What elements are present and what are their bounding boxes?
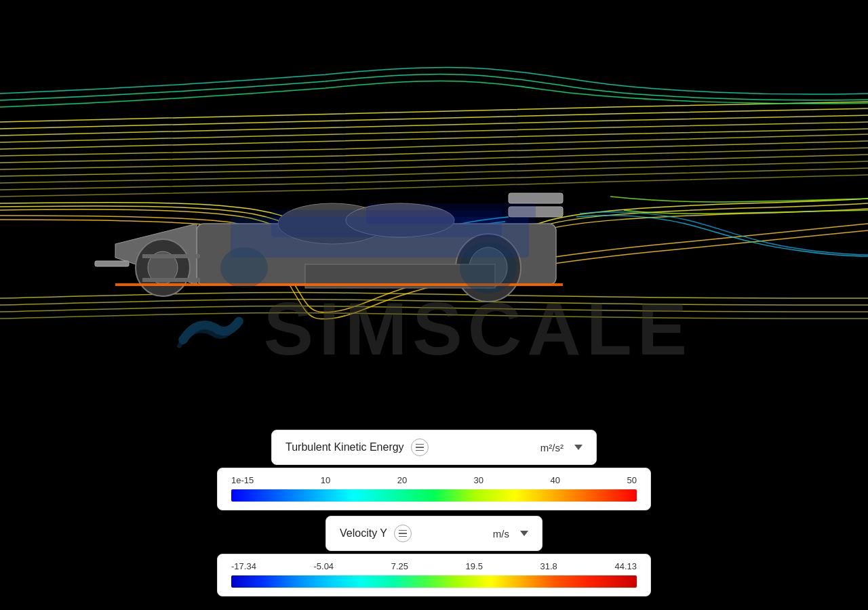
vel-scale-value: -5.04: [313, 561, 334, 571]
svg-rect-19: [366, 203, 536, 224]
tke-label: Turbulent Kinetic Energy: [285, 441, 404, 453]
tke-unit: m²/s²: [540, 442, 564, 453]
vel-chevron-icon: [520, 531, 528, 536]
vel-unit: m/s: [493, 528, 509, 540]
vel-scale-value: -17.34: [231, 561, 256, 571]
tke-dropdown-right: m²/s²: [540, 442, 583, 453]
tke-scale-value: 50: [627, 475, 636, 485]
tke-menu-icon[interactable]: [411, 439, 429, 456]
vel-menu-icon[interactable]: [394, 525, 412, 542]
vel-scale-value: 31.8: [540, 561, 557, 571]
vel-label: Velocity Y: [340, 527, 387, 540]
tke-color-bar: [231, 489, 637, 502]
tke-scale-labels: 1e-151020304050: [231, 475, 637, 485]
vel-scale-value: 44.13: [614, 561, 637, 571]
tke-scale-value: 20: [397, 475, 407, 485]
tke-dropdown-left: Turbulent Kinetic Energy: [285, 439, 429, 456]
vel-scale-bar-container: -17.34-5.047.2519.531.844.13: [217, 554, 651, 596]
tke-scale-value: 1e-15: [231, 475, 254, 485]
svg-rect-14: [142, 254, 200, 258]
vel-dropdown[interactable]: Velocity Y m/s: [326, 516, 542, 551]
tke-scale-value: 40: [551, 475, 560, 485]
svg-rect-0: [0, 0, 868, 393]
svg-point-21: [460, 242, 517, 293]
svg-point-20: [220, 247, 268, 288]
vel-scale-value: 19.5: [466, 561, 483, 571]
tke-scale-bar-container: 1e-151020304050: [217, 468, 651, 510]
tke-chevron-icon: [574, 445, 583, 450]
vel-color-bar: [231, 575, 637, 588]
tke-dropdown[interactable]: Turbulent Kinetic Energy m²/s²: [271, 430, 597, 465]
svg-rect-5: [509, 193, 563, 203]
tke-scale-value: 30: [474, 475, 484, 485]
tke-legend-row: Turbulent Kinetic Energy m²/s² 1e-151020…: [217, 430, 651, 510]
ui-panels: Turbulent Kinetic Energy m²/s² 1e-151020…: [217, 430, 651, 596]
svg-rect-6: [95, 261, 129, 266]
vel-scale-labels: -17.34-5.047.2519.531.844.13: [231, 561, 637, 571]
vel-dropdown-right: m/s: [493, 528, 528, 540]
vel-dropdown-left: Velocity Y: [340, 525, 412, 542]
vel-legend-row: Velocity Y m/s -17.34-5.047.2519.531.844…: [217, 516, 651, 596]
tke-scale-value: 10: [321, 475, 330, 485]
vel-scale-value: 7.25: [391, 561, 408, 571]
svg-rect-15: [142, 278, 200, 282]
